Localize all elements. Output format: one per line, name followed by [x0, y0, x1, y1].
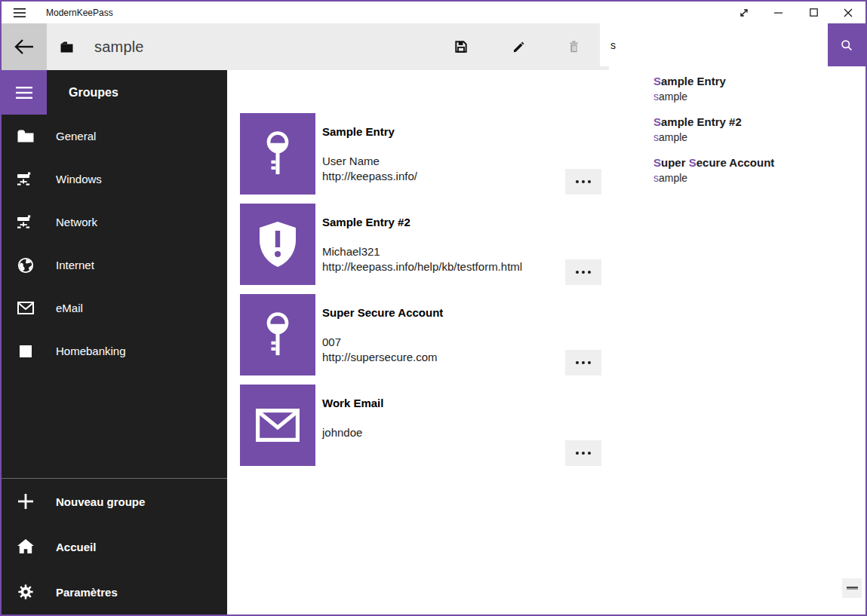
new-group-button[interactable]: Nouveau groupe	[2, 479, 227, 524]
entry-more-button[interactable]	[565, 440, 601, 466]
entry-row[interactable]: Super Secure Account 007 http://supersec…	[240, 294, 601, 375]
delete-button[interactable]	[555, 23, 592, 70]
entry-tile[interactable]	[240, 204, 315, 285]
entry-username: johndoe	[322, 425, 383, 440]
hamburger-icon	[16, 87, 32, 99]
sidebar-hamburger-button[interactable]	[2, 70, 47, 115]
sidebar-item-label: Homebanking	[56, 345, 126, 357]
plus-icon	[17, 492, 35, 510]
sidebar-item-network[interactable]: Network	[2, 201, 227, 244]
search-result-subtitle: sample	[653, 89, 865, 104]
gear-icon	[17, 583, 35, 601]
app-window: ModernKeePass	[0, 0, 867, 616]
key-icon	[258, 311, 297, 358]
fullscreen-button[interactable]	[727, 2, 761, 23]
sidebar: Groupes General Windows	[2, 70, 227, 614]
entry-text: Super Secure Account 007 http://supersec…	[322, 305, 443, 365]
sidebar-item-label: eMail	[56, 302, 83, 314]
entry-more-button[interactable]	[565, 259, 601, 285]
search-result[interactable]: Sample Entry sample	[653, 74, 865, 104]
entry-username: Michael321	[322, 244, 522, 259]
search-input[interactable]	[600, 23, 828, 66]
search-button[interactable]	[828, 23, 865, 66]
edit-button[interactable]	[500, 23, 536, 70]
entry-text: Sample Entry #2 Michael321 http://keepas…	[322, 215, 522, 274]
title-bar: ModernKeePass	[2, 2, 865, 23]
search-icon	[839, 38, 854, 53]
groups-heading: Groupes	[69, 86, 118, 100]
network-computer-icon	[17, 213, 35, 231]
titlebar-hamburger-icon[interactable]	[2, 2, 38, 23]
sidebar-action-label: Accueil	[56, 541, 96, 553]
sidebar-bottom: Nouveau groupe Accueil	[2, 478, 227, 614]
semantic-zoom-out-button[interactable]	[842, 578, 862, 598]
search-result-title: Super Secure Account	[653, 155, 865, 170]
sidebar-item-label: Network	[56, 216, 97, 228]
sidebar-item-internet[interactable]: Internet	[2, 244, 227, 287]
home-button[interactable]: Accueil	[2, 524, 227, 569]
entry-text: Sample Entry User Name http://keepass.in…	[322, 124, 417, 184]
settings-button[interactable]: Paramètres	[2, 569, 227, 614]
square-icon	[17, 342, 35, 360]
entry-tile[interactable]	[240, 385, 315, 466]
folder-icon	[17, 127, 35, 146]
database-header: sample	[60, 23, 144, 70]
entry-list: Sample Entry User Name http://keepass.in…	[240, 113, 601, 475]
sidebar-item-general[interactable]: General	[2, 115, 227, 158]
search-result-title: Sample Entry	[653, 74, 865, 89]
sidebar-header: Groupes	[2, 70, 227, 115]
save-icon	[453, 39, 469, 54]
database-icon	[60, 41, 73, 53]
mail-icon	[256, 409, 300, 442]
search-result-subtitle: sample	[653, 170, 865, 185]
entry-row[interactable]: Work Email johndoe	[240, 385, 601, 466]
entry-more-button[interactable]	[565, 169, 601, 195]
entry-text: Work Email johndoe	[322, 396, 383, 440]
sidebar-action-label: Nouveau groupe	[56, 495, 145, 508]
sidebar-item-email[interactable]: eMail	[2, 287, 227, 329]
key-icon	[258, 130, 297, 177]
entry-username: User Name	[322, 154, 417, 169]
close-button[interactable]	[831, 2, 865, 23]
entry-url: http://keepass.info/	[322, 169, 417, 184]
search-result-title: Sample Entry #2	[653, 115, 865, 130]
entry-url: http://supersecure.com	[322, 350, 443, 365]
network-computer-icon	[17, 170, 35, 188]
entry-title: Sample Entry #2	[322, 215, 522, 230]
entry-tile[interactable]	[240, 294, 315, 375]
entry-title: Work Email	[322, 396, 383, 411]
trash-icon	[567, 39, 581, 54]
entry-title: Sample Entry	[322, 124, 417, 139]
sidebar-action-label: Paramètres	[56, 586, 118, 599]
minus-icon	[847, 587, 858, 590]
entry-tile[interactable]	[240, 113, 315, 195]
search-result[interactable]: Sample Entry #2 sample	[653, 115, 865, 145]
sidebar-item-label: Internet	[56, 259, 94, 271]
envelope-icon	[17, 299, 35, 317]
sidebar-item-windows[interactable]: Windows	[2, 158, 227, 201]
shield-alert-icon	[257, 222, 299, 267]
minimize-button[interactable]	[761, 2, 796, 23]
search-result[interactable]: Super Secure Account sample	[653, 155, 865, 185]
home-icon	[17, 538, 35, 556]
sidebar-item-label: Windows	[56, 173, 102, 185]
pencil-icon	[512, 40, 526, 54]
entry-url: http://keepass.info/help/kb/testform.htm…	[322, 259, 522, 274]
save-button[interactable]	[443, 23, 479, 70]
search-results-dropdown: Sample Entry sample Sample Entry #2 samp…	[609, 66, 865, 205]
database-title: sample	[94, 38, 144, 56]
entry-username: 007	[322, 335, 443, 350]
sidebar-item-label: General	[56, 130, 96, 143]
back-arrow-icon	[14, 38, 34, 55]
app-title: ModernKeePass	[46, 8, 113, 18]
maximize-button[interactable]	[796, 2, 831, 23]
entry-more-button[interactable]	[565, 350, 601, 375]
sidebar-item-homebanking[interactable]: Homebanking	[2, 329, 227, 372]
command-bar: sample	[2, 23, 865, 70]
back-button[interactable]	[2, 23, 47, 70]
search-result-subtitle: sample	[653, 130, 865, 145]
entry-title: Super Secure Account	[322, 305, 443, 320]
entry-row[interactable]: Sample Entry User Name http://keepass.in…	[240, 113, 601, 195]
entry-row[interactable]: Sample Entry #2 Michael321 http://keepas…	[240, 204, 601, 285]
globe-icon	[17, 256, 35, 274]
